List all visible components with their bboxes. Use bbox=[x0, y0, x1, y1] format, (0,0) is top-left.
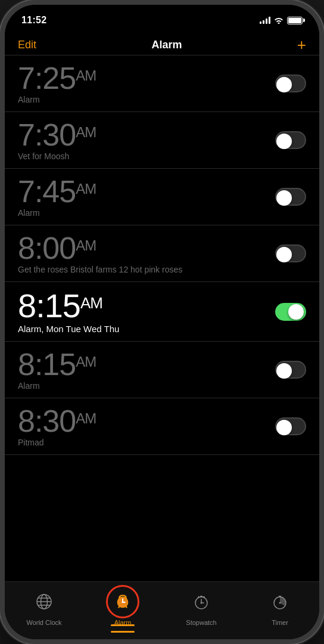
tab-world-clock-label: World Clock bbox=[26, 619, 61, 626]
tab-stopwatch-icon-wrapper bbox=[186, 587, 216, 617]
alarm-time-group-7: 8:30AM Pitmad bbox=[18, 405, 275, 447]
alarm-time-4: 8:00AM bbox=[18, 233, 275, 264]
tab-alarm[interactable]: Alarm bbox=[99, 587, 147, 627]
alarm-time-2: 7:30AM bbox=[18, 119, 275, 150]
alarm-toggle-3[interactable] bbox=[275, 188, 306, 206]
battery-icon bbox=[287, 17, 303, 24]
tab-timer[interactable]: Timer bbox=[256, 587, 304, 626]
active-tab-indicator bbox=[111, 631, 135, 633]
alarm-time-group-5: 8:15AM Alarm, Mon Tue Wed Thu bbox=[18, 289, 275, 334]
alarm-item-3[interactable]: 7:45AM Alarm bbox=[5, 169, 319, 225]
alarm-toggle-6[interactable] bbox=[275, 361, 306, 379]
alarm-toggle-1[interactable] bbox=[275, 75, 306, 92]
alarm-list: 7:25AM Alarm 7:30AM Vet for Moosh bbox=[5, 55, 319, 581]
alarm-item-1[interactable]: 7:25AM Alarm bbox=[5, 55, 319, 112]
alarm-time-group-1: 7:25AM Alarm bbox=[18, 63, 275, 104]
alarm-toggle-4[interactable] bbox=[275, 244, 306, 262]
alarm-toggle-5[interactable] bbox=[275, 303, 306, 321]
timer-icon bbox=[271, 593, 289, 611]
alarm-label-3: Alarm bbox=[18, 208, 275, 218]
alarm-label-6: Alarm bbox=[18, 381, 275, 391]
alarm-label-5: Alarm, Mon Tue Wed Thu bbox=[18, 324, 275, 334]
alarm-label-1: Alarm bbox=[18, 95, 275, 104]
alarm-item-4[interactable]: 8:00AM Get the roses Bristol farms 12 ho… bbox=[5, 225, 319, 282]
active-ring bbox=[106, 585, 139, 618]
alarm-time-group-3: 7:45AM Alarm bbox=[18, 176, 275, 218]
alarm-time-group-6: 8:15AM Alarm bbox=[18, 349, 275, 391]
tab-world-clock-icon-wrapper bbox=[29, 587, 59, 617]
alarm-time-7: 8:30AM bbox=[18, 405, 275, 436]
alarm-item-2[interactable]: 7:30AM Vet for Moosh bbox=[5, 112, 319, 169]
alarm-time-1: 7:25AM bbox=[18, 63, 275, 94]
alarm-toggle-7[interactable] bbox=[275, 417, 306, 435]
wifi-icon bbox=[274, 17, 284, 24]
alarm-label-2: Vet for Moosh bbox=[18, 151, 275, 161]
notch bbox=[123, 5, 201, 21]
stopwatch-icon bbox=[192, 593, 210, 611]
add-alarm-button[interactable]: + bbox=[297, 37, 306, 52]
alarm-time-3: 7:45AM bbox=[18, 176, 275, 207]
alarm-time-6: 8:15AM bbox=[18, 349, 275, 380]
svg-point-19 bbox=[279, 602, 281, 604]
status-icons bbox=[260, 17, 303, 24]
alarm-time-group-4: 8:00AM Get the roses Bristol farms 12 ho… bbox=[18, 233, 275, 274]
nav-bar: Edit Alarm + bbox=[5, 31, 319, 55]
page-title: Alarm bbox=[151, 39, 182, 51]
svg-point-16 bbox=[201, 602, 202, 604]
alarm-toggle-2[interactable] bbox=[275, 131, 306, 149]
alarm-item-6[interactable]: 8:15AM Alarm bbox=[5, 342, 319, 398]
phone-frame: 11:52 Edit Alarm + bbox=[0, 0, 324, 644]
alarm-item-7[interactable]: 8:30AM Pitmad bbox=[5, 398, 319, 455]
svg-rect-18 bbox=[279, 596, 281, 597]
alarm-time-group-2: 7:30AM Vet for Moosh bbox=[18, 119, 275, 161]
alarm-time-5: 8:15AM bbox=[18, 289, 275, 323]
status-time: 11:52 bbox=[21, 15, 46, 26]
signal-bars-icon bbox=[260, 17, 270, 24]
globe-icon bbox=[35, 593, 53, 611]
tab-stopwatch[interactable]: Stopwatch bbox=[177, 587, 225, 626]
alarm-item-5[interactable]: 8:15AM Alarm, Mon Tue Wed Thu bbox=[5, 282, 319, 342]
svg-rect-11 bbox=[200, 596, 202, 597]
alarm-label-4: Get the roses Bristol farms 12 hot pink … bbox=[18, 265, 275, 274]
tab-alarm-label: Alarm bbox=[114, 619, 132, 626]
tab-alarm-icon-wrapper bbox=[108, 587, 138, 617]
tab-world-clock[interactable]: World Clock bbox=[20, 587, 68, 626]
tab-stopwatch-label: Stopwatch bbox=[186, 619, 216, 626]
tab-timer-icon-wrapper bbox=[265, 587, 295, 617]
edit-button[interactable]: Edit bbox=[18, 39, 36, 51]
screen: 11:52 Edit Alarm + bbox=[5, 5, 319, 639]
alarm-label-7: Pitmad bbox=[18, 438, 275, 447]
tab-bar: World Clock bbox=[5, 581, 319, 639]
tab-timer-label: Timer bbox=[272, 619, 288, 626]
